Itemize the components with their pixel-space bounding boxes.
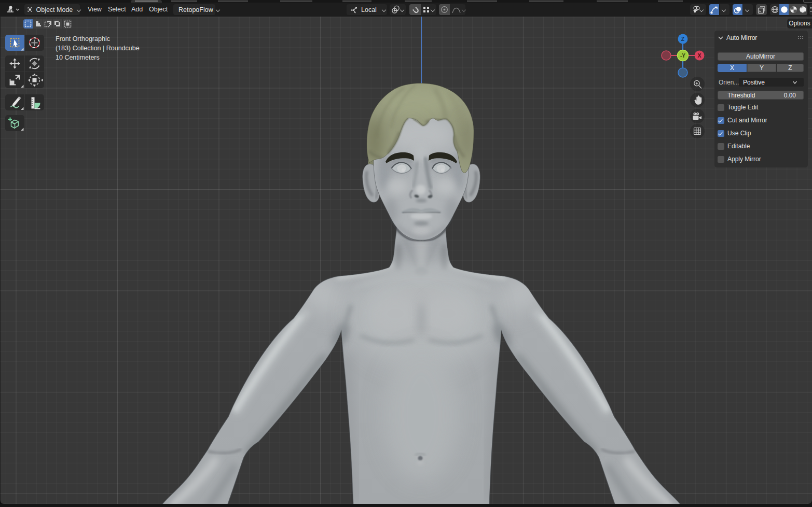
svg-text:Z: Z <box>681 36 685 42</box>
svg-text:X: X <box>697 52 701 59</box>
svg-text:-Y: -Y <box>680 53 685 59</box>
